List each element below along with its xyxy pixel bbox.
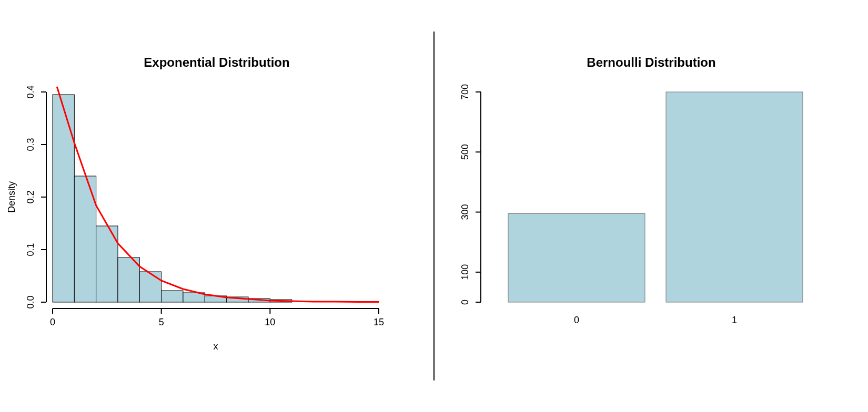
y-tick-label: 300 (460, 204, 470, 220)
histogram-bar (139, 272, 161, 302)
y-tick-label: 0.4 (25, 85, 36, 98)
chart-container: Exponential Distribution 051015x0.00.10.… (0, 0, 868, 412)
y-tick-label: 0 (460, 300, 470, 305)
right-panel: Bernoulli Distribution 010030050070001 (435, 0, 868, 412)
x-tick-label: 0 (574, 315, 579, 325)
y-tick-label: 0.3 (25, 138, 36, 151)
x-tick-label: 0 (50, 317, 55, 327)
y-tick-label: 0.0 (25, 295, 36, 308)
histogram-bar (162, 291, 183, 302)
y-tick-label: 100 (460, 264, 470, 280)
x-axis-label: x (214, 341, 218, 352)
x-tick-label: 10 (265, 317, 275, 327)
x-tick-label: 5 (159, 317, 164, 327)
bar (666, 92, 803, 302)
y-axis-label: Density (6, 181, 17, 213)
y-tick-label: 500 (460, 144, 470, 160)
left-chart-svg: 051015x0.00.10.20.30.4Density (0, 0, 434, 412)
left-panel: Exponential Distribution 051015x0.00.10.… (0, 0, 433, 412)
x-tick-label: 15 (374, 317, 384, 327)
histogram-bar (53, 95, 74, 302)
histogram-bar (118, 258, 139, 302)
y-tick-label: 700 (460, 84, 470, 100)
bar (508, 213, 645, 302)
x-tick-label: 1 (732, 315, 737, 325)
right-chart-svg: 010030050070001 (435, 0, 868, 412)
y-tick-label: 0.1 (25, 243, 36, 256)
y-tick-label: 0.2 (25, 190, 36, 203)
